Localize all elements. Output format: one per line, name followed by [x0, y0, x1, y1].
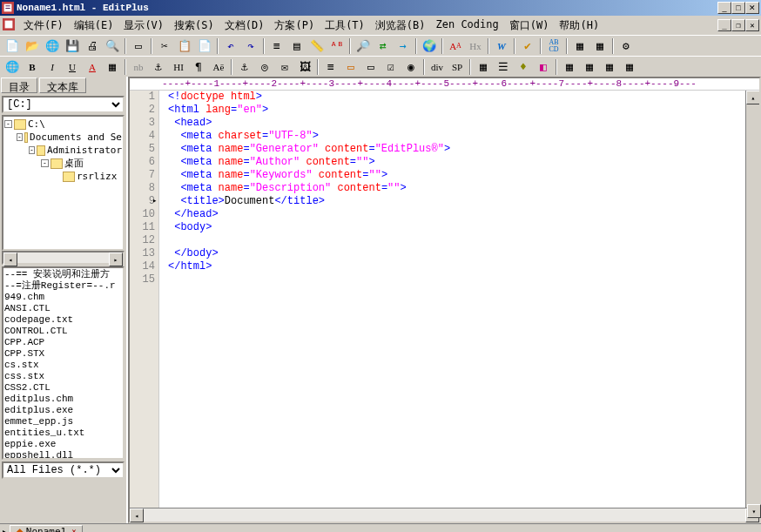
htmlbar-box4-icon[interactable]: ▦ — [620, 58, 639, 76]
menu-7[interactable]: 浏览器(B) — [370, 17, 431, 35]
anchor2-icon[interactable]: ⚓ — [149, 58, 168, 76]
check-icon2[interactable]: ☑ — [381, 58, 401, 76]
file-item[interactable]: eppshell.dll — [4, 450, 122, 460]
minimize-button[interactable]: _ — [717, 2, 731, 14]
tree-scroll-left[interactable]: ◂ — [3, 253, 17, 266]
list-icon[interactable]: ☰ — [494, 58, 513, 76]
menu-9[interactable]: 窗口(W) — [504, 17, 555, 35]
vertical-scrollbar[interactable]: ▴ — [745, 91, 759, 508]
file-item[interactable]: cs.stx — [4, 360, 122, 371]
anchor-icon[interactable]: ⚓ — [235, 58, 254, 76]
mdi-minimize-button[interactable]: _ — [717, 19, 731, 31]
file-item[interactable]: CSS2.CTL — [4, 382, 122, 394]
file-item[interactable]: editplus.chm — [4, 394, 122, 405]
tab-directory[interactable]: 目录 — [1, 77, 37, 93]
mail-icon[interactable]: ✉ — [275, 58, 294, 76]
horizontal-scrollbar[interactable]: ◂ ▸ ▾ — [130, 508, 759, 522]
menu-5[interactable]: 方案(P) — [269, 17, 320, 35]
file-item[interactable]: editplus.exe — [4, 405, 122, 416]
cut-icon[interactable]: ✂ — [155, 37, 174, 55]
file-item[interactable]: eppie.exe — [4, 439, 122, 450]
wordwrap-icon[interactable]: ≡ — [267, 37, 286, 55]
menu-0[interactable]: 文件(F) — [18, 17, 69, 35]
htmlbar-box1-icon[interactable]: ▦ — [560, 58, 579, 76]
palette-icon[interactable]: ▦ — [103, 58, 122, 76]
image-icon[interactable]: 🖼 — [295, 58, 314, 76]
tabs-arrow-icon[interactable]: ▸ — [2, 527, 6, 532]
hex-button[interactable]: Hx — [466, 37, 485, 55]
file-item[interactable]: entities_u.txt — [4, 428, 122, 439]
doc-tab-noname1[interactable]: ◆ Noname1 ✕ — [10, 525, 82, 533]
web-icon[interactable]: 🌐 — [3, 58, 22, 76]
htmlbar-box2-icon[interactable]: ▦ — [580, 58, 599, 76]
mdi-restore-button[interactable]: ❐ — [731, 19, 745, 31]
div-button[interactable]: div — [428, 58, 447, 76]
tab-cliptext[interactable]: 文本库 — [39, 77, 86, 93]
paste-icon[interactable]: 📄 — [195, 37, 214, 55]
maximize-button[interactable]: □ — [731, 2, 745, 14]
menu-3[interactable]: 搜索(S) — [169, 17, 219, 35]
browser-icon[interactable]: 🌍 — [420, 37, 439, 55]
menu-1[interactable]: 编辑(E) — [69, 17, 119, 35]
spellcheck-icon[interactable]: ᴬᴮ — [327, 37, 347, 55]
tree-node[interactable]: -Administrator — [4, 144, 122, 157]
bold-button[interactable]: B — [23, 58, 42, 76]
script-icon[interactable]: ♦ — [514, 58, 533, 76]
new-file-icon[interactable]: 📄 — [3, 37, 22, 55]
file-item[interactable]: ANSI.CTL — [4, 303, 122, 314]
file-item[interactable]: CPP.ACP — [4, 337, 122, 348]
tree-node[interactable]: -Documents and Se — [4, 131, 122, 144]
file-list[interactable]: --== 安装说明和注册方--=注册Register=--.r949.chmAN… — [2, 266, 125, 460]
mdi-close-button[interactable]: ✕ — [745, 19, 759, 31]
titlebar[interactable]: Noname1.html - EditPlus _ □ ✕ — [0, 0, 761, 16]
tree-node[interactable]: -桌面 — [4, 157, 122, 170]
form-icon[interactable]: ▭ — [341, 58, 360, 76]
italic-button[interactable]: I — [43, 58, 62, 76]
file-item[interactable]: --== 安装说明和注册方 — [4, 269, 122, 280]
ae-button[interactable]: Aē — [209, 58, 228, 76]
sp-button[interactable]: SP — [448, 58, 467, 76]
radio-icon[interactable]: ◉ — [401, 58, 421, 76]
scroll-down-button[interactable]: ▾ — [747, 504, 761, 518]
tree-node[interactable]: rsrlizx — [4, 170, 122, 183]
htmlbar-box3-icon[interactable]: ▦ — [600, 58, 619, 76]
file-item[interactable]: codepage.txt — [4, 314, 122, 326]
button-icon[interactable]: ▭ — [361, 58, 380, 76]
scroll-up-button[interactable]: ▴ — [746, 91, 759, 104]
menu-10[interactable]: 帮助(H) — [554, 17, 604, 35]
redo-icon[interactable]: ↷ — [241, 37, 260, 55]
print-icon[interactable]: 🖨 — [83, 37, 102, 55]
scroll-left-button[interactable]: ◂ — [130, 508, 144, 522]
close-button[interactable]: ✕ — [745, 2, 759, 14]
linenumbers-icon[interactable]: ▤ — [287, 37, 306, 55]
doc-close-icon[interactable]: ✕ — [71, 527, 76, 532]
copy-icon[interactable]: 📋 — [175, 37, 194, 55]
filter-select[interactable]: All Files (*.*) — [2, 461, 125, 479]
save-icon[interactable]: 💾 — [63, 37, 82, 55]
object-icon[interactable]: ◧ — [534, 58, 553, 76]
menu-6[interactable]: 工具(T) — [320, 17, 370, 35]
file-item[interactable]: --=注册Register=--.r — [4, 280, 122, 292]
replace-icon[interactable]: ⇄ — [374, 37, 393, 55]
nb-button[interactable]: nb — [129, 58, 148, 76]
tree-node[interactable]: -C:\ — [4, 118, 122, 131]
tool2-icon[interactable]: ▦ — [590, 37, 609, 55]
ab-cd-button[interactable]: ABCD — [544, 37, 563, 55]
code-area[interactable]: ▸<!doctype html><html lang="en"> <head> … — [159, 91, 745, 508]
open-file-icon[interactable]: 📂 — [23, 37, 42, 55]
format-aa-button[interactable]: AA — [446, 37, 465, 55]
menu-2[interactable]: 显示(V) — [118, 17, 169, 35]
file-item[interactable]: emmet_epp.js — [4, 416, 122, 428]
target-icon[interactable]: ◎ — [255, 58, 274, 76]
preview-icon[interactable]: 🔍 — [103, 37, 122, 55]
check-icon[interactable]: ✔ — [518, 37, 537, 55]
align-left-icon[interactable]: ≡ — [321, 58, 340, 76]
underline-button[interactable]: U — [63, 58, 82, 76]
pilcrow-icon[interactable]: ¶ — [189, 58, 208, 76]
toggle-panel-icon[interactable]: ▭ — [129, 37, 148, 55]
tree-scroll-right[interactable]: ▸ — [109, 253, 123, 266]
open-remote-icon[interactable]: 🌐 — [43, 37, 62, 55]
file-item[interactable]: CPP.STX — [4, 348, 122, 360]
hi-button[interactable]: HI — [169, 58, 188, 76]
table-icon[interactable]: ▦ — [474, 58, 493, 76]
